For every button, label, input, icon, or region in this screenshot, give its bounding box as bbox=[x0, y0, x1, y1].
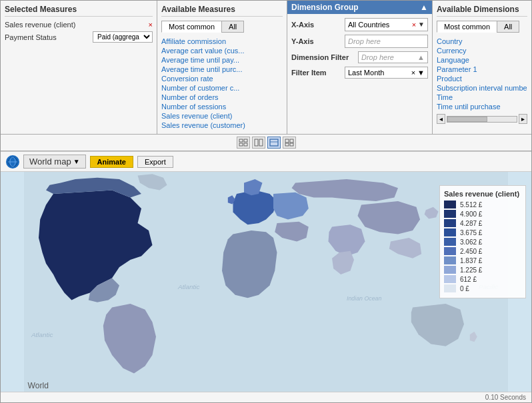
dimension-group-sort-icon[interactable]: ▲ bbox=[420, 3, 428, 12]
world-map-label: World map bbox=[29, 157, 71, 167]
x-axis-remove[interactable]: × bbox=[412, 21, 416, 29]
measure-row-sales: Sales revenue (client) × bbox=[5, 21, 153, 29]
toolbar-row bbox=[1, 135, 531, 151]
legend-color-0 bbox=[444, 201, 456, 208]
payment-status-dropdown: Paid (aggrega bbox=[93, 31, 153, 43]
x-axis-value-text: All Countries bbox=[348, 21, 389, 29]
grid1-icon bbox=[239, 139, 248, 147]
toolbar-btn-2[interactable] bbox=[252, 137, 265, 149]
svg-rect-1 bbox=[244, 139, 247, 142]
x-axis-label: X-Axis bbox=[291, 21, 345, 29]
svg-rect-9 bbox=[290, 139, 293, 143]
filter-item-remove[interactable]: × bbox=[411, 69, 415, 77]
legend-color-5 bbox=[444, 247, 456, 255]
legend-color-9 bbox=[444, 284, 456, 292]
svg-rect-8 bbox=[285, 139, 289, 143]
filter-item-label: Filter Item bbox=[291, 69, 345, 77]
legend-label-3: 3.675 £ bbox=[460, 229, 482, 236]
y-axis-drop[interactable]: Drop here bbox=[345, 35, 428, 48]
top-panel: Selected Measures Sales revenue (client)… bbox=[1, 1, 531, 135]
payment-status-select[interactable]: Paid (aggrega bbox=[93, 31, 153, 43]
world-map-button[interactable]: World map ▼ bbox=[23, 155, 86, 169]
dimension-filter-drop[interactable]: Drop here ▲ bbox=[358, 51, 428, 63]
legend-color-7 bbox=[444, 266, 456, 274]
sales-revenue-remove[interactable]: × bbox=[149, 21, 153, 29]
available-dimensions-title: Available Dimensions bbox=[437, 5, 527, 17]
scroll-track[interactable] bbox=[447, 116, 517, 123]
map-area: Atlantic Atlantic Pacific Indian Ocean W… bbox=[1, 172, 531, 392]
list-item[interactable]: Affiliate commission bbox=[161, 37, 283, 46]
available-measures-title: Available Measures bbox=[161, 5, 283, 17]
scroll-thumb[interactable] bbox=[447, 117, 487, 122]
dim-item-language[interactable]: Language bbox=[437, 55, 527, 65]
map-toolbar: World map ▼ Animate Export bbox=[1, 152, 531, 172]
dim-item-currency[interactable]: Currency bbox=[437, 46, 527, 55]
legend-label-1: 4.900 £ bbox=[460, 210, 482, 218]
legend-item-2: 4.287 £ bbox=[444, 219, 521, 227]
legend-color-3 bbox=[444, 228, 456, 236]
selected-measures-title: Selected Measures bbox=[5, 5, 153, 17]
toolbar-btn-1[interactable] bbox=[237, 137, 250, 149]
filter-item-value[interactable]: Last Month × ▼ bbox=[345, 67, 428, 79]
legend-title: Sales revenue (client) bbox=[444, 190, 521, 198]
scroll-left-icon[interactable]: ◂ bbox=[437, 114, 445, 124]
export-button[interactable]: Export bbox=[137, 156, 173, 168]
svg-rect-4 bbox=[255, 139, 258, 146]
available-measures-section: Available Measures Most common All Affil… bbox=[157, 1, 287, 134]
svg-rect-3 bbox=[244, 143, 247, 146]
list-item[interactable]: Sales revenue (client) bbox=[161, 111, 283, 121]
available-measures-tabs: Most common All bbox=[161, 21, 283, 33]
list-item[interactable]: Number of sessions bbox=[161, 102, 283, 111]
list-item[interactable]: Average time until purc... bbox=[161, 65, 283, 74]
world-globe-svg bbox=[7, 157, 18, 167]
main-container: Selected Measures Sales revenue (client)… bbox=[0, 0, 532, 403]
available-measures-list: Affiliate commission Average cart value … bbox=[161, 37, 283, 130]
legend-color-4 bbox=[444, 238, 456, 246]
toolbar-btn-3[interactable] bbox=[267, 137, 281, 149]
svg-rect-10 bbox=[285, 143, 289, 146]
list-item[interactable]: Number of customer c... bbox=[161, 83, 283, 93]
dim-item-parameter1[interactable]: Parameter 1 bbox=[437, 65, 527, 74]
legend-color-1 bbox=[444, 210, 456, 218]
filter-item-value-text: Last Month bbox=[348, 69, 384, 77]
y-axis-row: Y-Axis Drop here bbox=[291, 35, 428, 48]
footer-timing: 0.10 Seconds bbox=[485, 394, 526, 401]
dim-tab-most-common[interactable]: Most common bbox=[437, 21, 497, 33]
dim-item-time[interactable]: Time bbox=[437, 93, 527, 102]
dimension-group-header: Dimension Group ▲ bbox=[287, 1, 432, 14]
world-text: World bbox=[28, 381, 49, 390]
legend-label-7: 1.225 £ bbox=[460, 266, 482, 274]
world-map-chevron-icon: ▼ bbox=[73, 158, 80, 165]
legend-label-8: 612 £ bbox=[460, 276, 477, 283]
list-item[interactable]: Average cart value (cus... bbox=[161, 46, 283, 55]
list-item[interactable]: Conversion rate bbox=[161, 74, 283, 83]
selected-measures-section: Selected Measures Sales revenue (client)… bbox=[1, 1, 157, 134]
y-axis-placeholder: Drop here bbox=[348, 37, 381, 45]
legend-item-7: 1.225 £ bbox=[444, 266, 521, 274]
dim-tab-all[interactable]: All bbox=[497, 21, 519, 33]
x-axis-chevron-icon: ▼ bbox=[418, 21, 425, 29]
legend-item-8: 612 £ bbox=[444, 275, 521, 283]
svg-rect-6 bbox=[270, 139, 278, 146]
list-item[interactable]: Sales revenue (customer) bbox=[161, 121, 283, 130]
sales-revenue-label: Sales revenue (client) bbox=[5, 21, 146, 29]
globe-icon bbox=[6, 155, 19, 169]
list-item[interactable]: Average time until pay... bbox=[161, 55, 283, 65]
toolbar-btn-4[interactable] bbox=[283, 137, 296, 149]
tab-most-common[interactable]: Most common bbox=[161, 21, 221, 33]
dim-item-country[interactable]: Country bbox=[437, 37, 527, 46]
grid3-icon bbox=[269, 139, 279, 147]
dim-item-subscription[interactable]: Subscription interval numbe bbox=[437, 83, 527, 93]
tab-all[interactable]: All bbox=[221, 21, 244, 33]
map-legend: Sales revenue (client) 5.512 £ 4.900 £ 4… bbox=[439, 185, 526, 298]
x-axis-value[interactable]: All Countries × ▼ bbox=[345, 18, 428, 31]
payment-status-label: Payment Status bbox=[5, 33, 90, 41]
dim-item-product[interactable]: Product bbox=[437, 74, 527, 83]
dimension-group-section: Dimension Group ▲ X-Axis All Countries ×… bbox=[287, 1, 433, 134]
legend-item-0: 5.512 £ bbox=[444, 201, 521, 208]
animate-button[interactable]: Animate bbox=[90, 156, 133, 168]
list-item[interactable]: Number of orders bbox=[161, 93, 283, 102]
legend-color-8 bbox=[444, 275, 456, 283]
scroll-right-icon[interactable]: ▸ bbox=[519, 114, 527, 124]
dim-item-time-until-purchase[interactable]: Time until purchase bbox=[437, 102, 527, 111]
